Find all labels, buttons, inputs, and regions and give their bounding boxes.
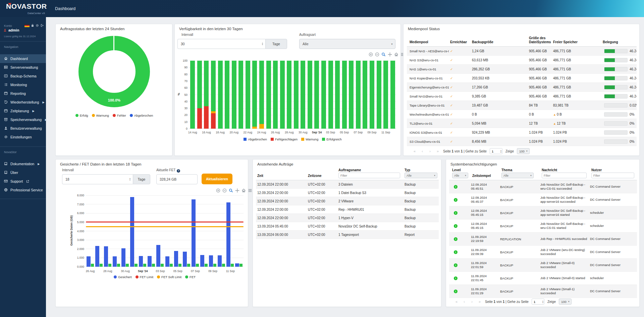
user-cell: DC Command Server xyxy=(589,289,637,293)
page-size-select[interactable]: 100▼ xyxy=(517,148,530,154)
legend-item-fehler[interactable]: Fehler xyxy=(113,114,126,117)
previous-page-button[interactable]: ‹ xyxy=(420,149,425,153)
zoom-select-icon[interactable] xyxy=(229,188,233,193)
legend-item-fet[interactable]: FET xyxy=(185,275,196,279)
reset-axes-icon[interactable] xyxy=(241,188,246,193)
sidebar-item-dashboard[interactable]: Dashboard xyxy=(0,54,46,63)
bar-segment xyxy=(232,61,236,129)
number-stepper[interactable]: ▴▾ xyxy=(129,174,130,184)
usage-cell: 0.02% xyxy=(601,103,637,108)
interval-unit: Tage xyxy=(265,39,287,49)
sidebar-item-professional-service[interactable]: Professional Service xyxy=(0,186,46,194)
first-page-button[interactable]: « xyxy=(412,149,417,153)
check-icon: ✓ xyxy=(450,140,453,143)
jobtype-select[interactable]: Alle ▼ xyxy=(299,39,395,49)
legend-item-erfolgreich[interactable]: Erfolgreich xyxy=(322,137,341,141)
legend-item-abgebrochen[interactable]: Abgebrochen xyxy=(244,137,267,141)
sidebar-item-support[interactable]: Support xyxy=(0,177,46,186)
legend-item-fet-limit[interactable]: FET Limit xyxy=(136,275,153,279)
pan-icon[interactable] xyxy=(235,188,239,193)
chevron-down-icon: ▼ xyxy=(530,175,532,177)
y-tick-label: 7.000 xyxy=(73,203,84,206)
page-size-select[interactable]: 100▼ xyxy=(559,299,572,305)
sidebar-item-backup-schema[interactable]: Backup-Schema xyxy=(0,72,46,80)
zoom-out-icon[interactable] xyxy=(222,188,227,193)
zoom-in-icon[interactable] xyxy=(216,188,220,193)
menu-icon[interactable] xyxy=(248,188,252,193)
sidebar-item-wiederherstellung[interactable]: Wiederherstellung▶ xyxy=(0,98,46,107)
number-stepper[interactable]: ▴▾ xyxy=(542,299,543,305)
legend-item-warnung[interactable]: Warnung xyxy=(301,137,318,141)
first-page-button[interactable]: « xyxy=(454,300,459,304)
nachricht-filter-input[interactable] xyxy=(542,173,587,178)
last-page-button[interactable]: » xyxy=(477,300,482,304)
x-tick-label: 28 Aug xyxy=(99,269,116,273)
lock-icon[interactable] xyxy=(31,24,34,27)
language-flag-icon[interactable] xyxy=(24,24,30,27)
legend-item-erfolg[interactable]: Erfolg xyxy=(75,114,88,117)
auftragsname-filter-input[interactable] xyxy=(338,173,400,178)
typ-select[interactable]: Alle ▼ xyxy=(405,173,437,178)
timestamp-date: 11.09.2024 xyxy=(471,248,497,252)
reset-axes-icon[interactable] xyxy=(394,52,398,57)
legend-item-fet-soft-limit[interactable]: FET Soft Limit xyxy=(157,275,181,279)
sidebar-item-dokumentation[interactable]: Dokumentation▶ xyxy=(0,160,46,168)
info-level-icon: i xyxy=(454,185,458,189)
zoom-out-icon[interactable] xyxy=(375,52,379,57)
donut-percentage-label: 100.0% xyxy=(56,98,173,102)
sidebar-item-monitoring[interactable]: Monitoring xyxy=(0,80,46,89)
job-timezone: UTC+02:00 xyxy=(307,208,337,211)
gesichert-bar xyxy=(174,251,178,267)
next-page-button[interactable]: › xyxy=(470,300,474,304)
current-user[interactable]: admin xyxy=(3,28,19,32)
chevron-down-icon: ▼ xyxy=(391,43,393,45)
pan-icon[interactable] xyxy=(388,52,392,57)
legend-swatch xyxy=(322,138,325,141)
sidebar-item-label: Monitoring xyxy=(10,83,27,87)
sidebar-item-benutzerverwaltung[interactable]: Benutzerverwaltung xyxy=(0,124,46,133)
gear-icon[interactable] xyxy=(36,24,39,27)
number-stepper[interactable]: ▴▾ xyxy=(262,39,263,49)
legend-item-fehlgeschlagen[interactable]: Fehlgeschlagen xyxy=(271,137,298,141)
legend-item-abgebrochen[interactable]: Abgebrochen xyxy=(130,114,153,117)
job-name: 3 Dateien xyxy=(337,183,403,186)
interval-input[interactable] xyxy=(62,174,133,184)
legend-item-gesichert[interactable]: Gesichert xyxy=(114,275,132,279)
number-stepper[interactable]: ▴▾ xyxy=(500,148,501,154)
reachable-cell: ✓ xyxy=(449,113,471,116)
page-status: Seite 1 von 1 | Gehe zu Seite xyxy=(485,300,529,304)
user-cell: scheduler xyxy=(589,224,637,228)
account-icons xyxy=(24,24,44,27)
timestamp-date: 11.09.2024 xyxy=(471,235,497,239)
nutzer-filter-input[interactable] xyxy=(591,173,634,178)
legend-label: Abgebrochen xyxy=(248,137,267,141)
sidebar-item-speicherverwaltung[interactable]: Speicherverwaltung▶ xyxy=(0,115,46,124)
availability-bar xyxy=(335,61,340,129)
x-tick-label: 07 Sep xyxy=(186,269,204,273)
sidebar-item-zeitplanung[interactable]: Zeitplanung▶ xyxy=(0,107,46,115)
y-tick-label: 8.000 xyxy=(73,194,84,197)
last-page-button[interactable]: » xyxy=(435,149,440,153)
zoom-select-icon[interactable] xyxy=(381,52,386,57)
interval-input[interactable] xyxy=(177,39,265,49)
level-select[interactable]: Alle ▼ xyxy=(452,173,468,178)
sidebar-item-reporting[interactable]: Reporting xyxy=(0,89,46,98)
sidebar-item-ber[interactable]: Über xyxy=(0,168,46,177)
seite-label: Seite xyxy=(485,300,494,304)
sidebar-item-serververwaltung[interactable]: Serververwaltung xyxy=(0,63,46,72)
refresh-button[interactable]: Aktualisieren xyxy=(202,174,232,184)
sidebar-item-einstellungen[interactable]: Einstellungen xyxy=(0,133,46,141)
help-icon[interactable]: ? xyxy=(177,169,180,173)
reachable-cell: ✓ xyxy=(449,140,471,143)
job-name: 1 Hyper-V xyxy=(337,216,403,220)
logout-icon[interactable] xyxy=(40,24,44,27)
info-level-icon: i xyxy=(454,290,458,293)
mediapool-row: Eigensicherung@wru-cs-01✓17,266 GB905,46… xyxy=(407,83,637,92)
next-page-button[interactable]: › xyxy=(428,149,432,153)
zoom-in-icon[interactable] xyxy=(369,52,373,57)
legend-item-warnung[interactable]: Warnung xyxy=(92,114,109,117)
previous-page-button[interactable]: ‹ xyxy=(462,300,467,304)
pending-job-row: 12.09.2024 22:00:00UTC+02:00Rep - HHWRU0… xyxy=(256,205,439,214)
current-fet-input[interactable] xyxy=(156,174,198,184)
thema-select[interactable]: Alle ▼ xyxy=(501,173,534,178)
